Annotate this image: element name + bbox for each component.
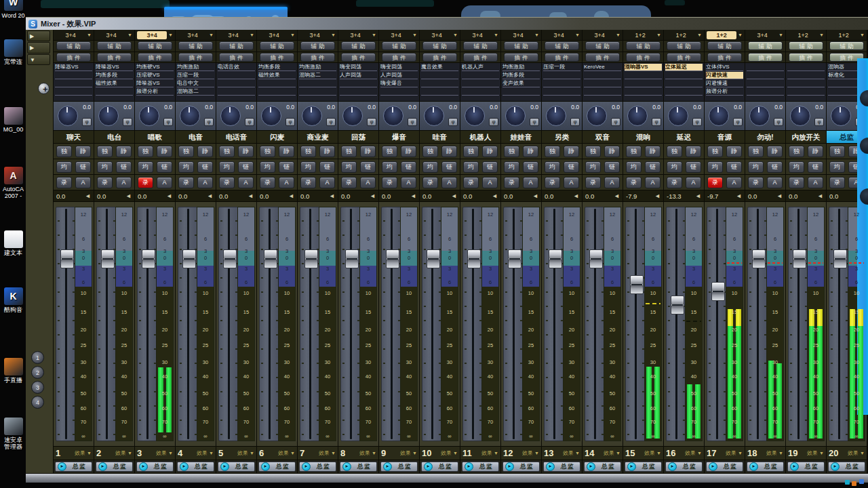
- plugin-slot[interactable]: [462, 72, 499, 79]
- automation-button[interactable]: A: [808, 177, 823, 188]
- plugin-slot[interactable]: [543, 80, 580, 87]
- pan-knob[interactable]: [587, 106, 607, 126]
- automation-button[interactable]: A: [604, 177, 620, 188]
- bus-assign-button[interactable]: ▸ 总监: [462, 462, 499, 472]
- bus-assign-button[interactable]: ▸ 总监: [96, 462, 133, 472]
- fader-track[interactable]: [625, 207, 646, 441]
- plugin-slot[interactable]: [218, 72, 255, 79]
- phase-button[interactable]: φ: [489, 118, 498, 126]
- desktop-icon[interactable]: 速安卓管理器: [1, 418, 26, 450]
- fader-track[interactable]: [829, 207, 850, 441]
- record-button[interactable]: 录: [300, 177, 316, 188]
- bus-assign-button[interactable]: ▸ 总监: [706, 462, 743, 472]
- fx-dropdown[interactable]: 效果▼: [359, 449, 376, 457]
- channel-name[interactable]: 聊天: [54, 131, 94, 144]
- fx-dropdown[interactable]: 效果▼: [604, 449, 620, 457]
- fader-track[interactable]: [503, 207, 524, 441]
- speaker-icon[interactable]: ◄: [654, 192, 660, 199]
- plugins-button[interactable]: 插件: [56, 53, 91, 62]
- fx-dropdown[interactable]: 效果▼: [156, 449, 173, 457]
- title-bar[interactable]: S Mixer - 效果.VIP: [26, 18, 868, 30]
- channel-name[interactable]: 闪麦: [257, 131, 297, 144]
- phase-button[interactable]: φ: [326, 118, 336, 126]
- phase-button[interactable]: φ: [367, 118, 376, 126]
- plugin-slot[interactable]: 压缩硬VS: [136, 72, 174, 79]
- fx-dropdown[interactable]: 效果▼: [441, 449, 458, 457]
- mute-button[interactable]: 静: [116, 146, 132, 157]
- record-button[interactable]: 录: [789, 177, 804, 188]
- eq-button[interactable]: 均: [341, 161, 357, 173]
- plugin-slot[interactable]: 人声回荡: [340, 72, 377, 79]
- record-button[interactable]: 录: [626, 177, 642, 188]
- plugin-slot[interactable]: [55, 88, 92, 96]
- plugin-slot[interactable]: [625, 72, 662, 79]
- record-button[interactable]: 录: [585, 177, 601, 188]
- output-routing-select[interactable]: 3+4 ▼: [583, 30, 623, 41]
- add-button[interactable]: +: [38, 83, 50, 94]
- plugin-slot[interactable]: [218, 80, 255, 87]
- plugin-slot[interactable]: [747, 80, 784, 87]
- channel-name[interactable]: 哇音: [420, 131, 460, 144]
- plugins-button[interactable]: 插件: [585, 53, 620, 62]
- channel-name[interactable]: 延迟: [664, 131, 704, 144]
- automation-button[interactable]: A: [116, 177, 132, 188]
- phase-button[interactable]: φ: [774, 118, 783, 126]
- automation-button[interactable]: A: [686, 177, 701, 188]
- plugin-slot[interactable]: [747, 64, 784, 71]
- automation-button[interactable]: A: [75, 177, 91, 188]
- speaker-icon[interactable]: ◄: [776, 192, 783, 199]
- bus-assign-button[interactable]: ▸ 总监: [747, 462, 784, 472]
- automation-button[interactable]: A: [319, 177, 335, 188]
- output-routing-select[interactable]: 3+4 ▼: [501, 30, 541, 41]
- aux-button[interactable]: 辅助: [545, 41, 579, 50]
- fader-track[interactable]: [422, 207, 443, 441]
- plugins-button[interactable]: 插件: [667, 53, 701, 62]
- fader-track[interactable]: [137, 207, 158, 441]
- mute-button[interactable]: 静: [319, 146, 335, 157]
- mute-button[interactable]: 静: [523, 146, 538, 157]
- speaker-icon[interactable]: ◄: [329, 192, 335, 199]
- plugins-button[interactable]: 插件: [300, 53, 335, 62]
- phase-button[interactable]: φ: [204, 118, 214, 126]
- output-routing-select[interactable]: 3+4 ▼: [338, 30, 378, 41]
- solo-button[interactable]: 独: [382, 146, 397, 157]
- plugin-slot[interactable]: 降噪器VS: [136, 80, 174, 87]
- phase-button[interactable]: φ: [245, 118, 254, 126]
- pan-knob[interactable]: [505, 106, 526, 126]
- bus-assign-button[interactable]: ▸ 总监: [258, 462, 296, 472]
- plugin-slot[interactable]: [299, 80, 336, 87]
- plugin-slot[interactable]: [258, 88, 296, 96]
- output-routing-select[interactable]: 3+4 ▼: [94, 30, 134, 41]
- fader-handle[interactable]: [549, 249, 562, 268]
- aux-button[interactable]: 辅助: [707, 41, 742, 50]
- record-button[interactable]: 录: [56, 177, 72, 188]
- phase-button[interactable]: φ: [611, 118, 620, 126]
- fader-track[interactable]: [300, 207, 321, 441]
- eq-button[interactable]: 均: [463, 161, 479, 173]
- automation-button[interactable]: A: [197, 177, 213, 188]
- bus-assign-button[interactable]: ▸ 总监: [828, 462, 865, 472]
- link-button[interactable]: 链: [401, 161, 416, 173]
- group-button-1[interactable]: 1: [31, 351, 44, 364]
- channel-name[interactable]: 混响: [623, 131, 663, 144]
- mute-button[interactable]: 静: [645, 146, 660, 157]
- plugin-slot[interactable]: [787, 80, 825, 87]
- automation-button[interactable]: A: [767, 177, 783, 188]
- mute-button[interactable]: 静: [279, 146, 294, 157]
- expand-plugins-arrow[interactable]: ▼: [27, 54, 50, 65]
- plugins-button[interactable]: 插件: [219, 53, 254, 62]
- bus-assign-button[interactable]: ▸ 总监: [625, 462, 662, 472]
- fader-track[interactable]: [544, 207, 565, 441]
- fx-dropdown[interactable]: 效果▼: [766, 449, 783, 457]
- aux-button[interactable]: 辅助: [138, 41, 172, 50]
- aux-button[interactable]: 辅助: [382, 41, 416, 50]
- solo-button[interactable]: 独: [626, 146, 642, 157]
- eq-button[interactable]: 均: [626, 161, 642, 173]
- link-button[interactable]: 链: [645, 161, 660, 173]
- output-routing-select[interactable]: 1+2 ▼: [623, 30, 663, 41]
- speaker-icon[interactable]: ◄: [288, 192, 294, 199]
- record-button[interactable]: 录: [707, 177, 723, 188]
- bus-assign-button[interactable]: ▸ 总监: [502, 462, 540, 472]
- link-button[interactable]: 链: [482, 161, 498, 173]
- fader-handle[interactable]: [467, 249, 481, 268]
